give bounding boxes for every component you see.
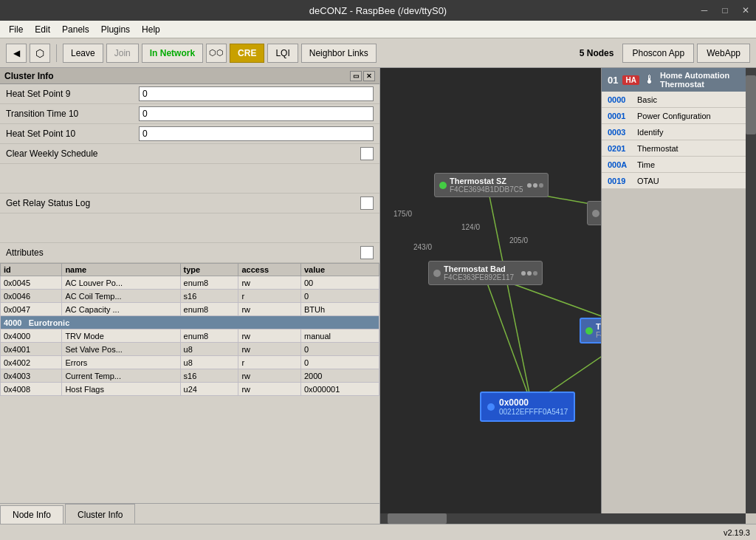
table-row[interactable]: 0x0047AC Capacity ...enum8rwBTUh — [1, 303, 379, 316]
network-scrollbar-horizontal[interactable] — [380, 513, 746, 524]
cluster-power-config[interactable]: 0001 Power Configuration — [602, 108, 756, 124]
table-row[interactable]: 0x4002Errorsu8r0 — [1, 356, 379, 369]
clear-weekly-schedule-checkbox[interactable] — [360, 147, 374, 160]
cluster-info-tab[interactable]: Cluster Info — [65, 504, 135, 524]
menu-help[interactable]: Help — [136, 23, 166, 36]
node-led-sz — [439, 182, 447, 189]
separator — [56, 44, 57, 62]
network-scrollbar-vertical[interactable] — [746, 68, 756, 513]
cre-button[interactable]: CRE — [230, 44, 264, 63]
node-info-bad: Thermostat Bad F4CE363FE892E117 — [444, 264, 514, 281]
cluster-time[interactable]: 000A Time — [602, 157, 756, 173]
table-row[interactable]: 4000 Eurotronic — [1, 316, 379, 329]
heat-set-point-10-row: Heat Set Point 10 — [0, 124, 379, 144]
col-name: name — [62, 264, 180, 276]
cluster-info-header: Cluster Info ▭ ✕ — [0, 68, 379, 84]
edge-label-124: 124/0 — [461, 223, 480, 231]
svg-line-1 — [484, 273, 532, 404]
attributes-toggle[interactable] — [360, 246, 374, 259]
svg-line-0 — [487, 185, 532, 404]
phoscon-app-button[interactable]: Phoscon App — [622, 44, 694, 63]
table-row[interactable]: 0x0046AC Coil Temp...s16r0 — [1, 290, 379, 303]
version-label: v2.19.3 — [724, 528, 750, 537]
cluster-otau[interactable]: 0019 OTAU — [602, 173, 756, 189]
network-button[interactable]: In Network — [142, 44, 203, 63]
attributes-section: Attributes — [0, 243, 379, 263]
node-info-sz: Thermostat SZ F4CE3694B1DDB7C5 — [450, 177, 523, 194]
heat-set-point-10-input[interactable] — [139, 126, 374, 141]
webapp-button[interactable]: WebApp — [697, 44, 750, 63]
table-row[interactable]: 0x4000TRV Modeenum8rwmanual — [1, 329, 379, 343]
table-row[interactable]: 0x4003Current Temp...s16rw2000 — [1, 369, 379, 383]
clear-weekly-schedule-section: Clear Weekly Schedule — [0, 144, 379, 164]
node-led-kuche — [585, 327, 593, 335]
close-button[interactable]: ✕ — [735, 0, 756, 21]
cluster-content[interactable]: Heat Set Point 9 Transition Time 10 Heat… — [0, 84, 379, 503]
col-access: access — [238, 264, 301, 276]
minimize-button[interactable]: ─ — [694, 0, 715, 21]
heat-set-point-9-input[interactable] — [139, 86, 374, 101]
panel-close-button[interactable]: ✕ — [363, 71, 375, 81]
leave-button[interactable]: Leave — [63, 44, 103, 63]
neighbor-links-button[interactable]: Neighbor Links — [301, 44, 377, 63]
titlebar-controls: ─ □ ✕ — [694, 0, 756, 21]
cluster-identify[interactable]: 0003 Identify — [602, 124, 756, 140]
network-graph-icon[interactable]: ⬡ — [30, 44, 50, 63]
menu-edit[interactable]: Edit — [29, 23, 56, 36]
edge-label-175: 175/0 — [394, 210, 412, 218]
maximize-button[interactable]: □ — [715, 0, 735, 21]
network-icon[interactable]: ⬡⬡ — [206, 44, 227, 63]
attributes-table: id name type access value 0x0045AC Louve… — [0, 263, 379, 396]
coordinator-led — [487, 403, 495, 411]
node-coordinator[interactable]: 0x0000 00212EFFFF0A5417 — [480, 392, 575, 422]
menubar: File Edit Panels Plugins Help — [0, 21, 756, 38]
heat-set-point-10-label: Heat Set Point 10 — [6, 129, 139, 139]
network-canvas[interactable]: 175/0 124/0 243/0 205/0 Thermostat SZ F4… — [380, 68, 756, 524]
node-thermostat-sz[interactable]: Thermostat SZ F4CE3694B1DDB7C5 — [434, 173, 549, 197]
table-row[interactable]: 0x4008Host Flagsu24rw0x000001 — [1, 383, 379, 396]
menu-panels[interactable]: Panels — [56, 23, 95, 36]
back-icon[interactable]: ◀ — [6, 44, 27, 63]
transition-time-10-row: Transition Time 10 — [0, 104, 379, 124]
col-id: id — [1, 264, 62, 276]
transition-time-10-input[interactable] — [139, 106, 374, 121]
cluster-basic[interactable]: 0000 Basic — [602, 92, 756, 108]
edge-label-205: 205/0 — [509, 236, 554, 245]
attributes-label: Attributes — [6, 247, 44, 258]
left-panel: Cluster Info ▭ ✕ Heat Set Point 9 Transi… — [0, 68, 380, 524]
titlebar-title: deCONZ - RaspBee (/dev/ttyS0) — [309, 5, 447, 16]
restore-button[interactable]: ▭ — [350, 71, 362, 81]
get-relay-status-log-checkbox[interactable] — [360, 196, 374, 210]
toolbar: ◀ ⬡ Leave Join In Network ⬡⬡ CRE LQI Nei… — [0, 38, 756, 68]
cluster-header-buttons: ▭ ✕ — [350, 71, 375, 81]
clear-weekly-schedule-input-area — [0, 164, 379, 194]
join-button[interactable]: Join — [106, 44, 139, 63]
clear-weekly-schedule-label: Clear Weekly Schedule — [6, 148, 98, 159]
edge-label-243: 243/0 — [413, 243, 432, 251]
node-dots-sz — [527, 183, 543, 188]
bottom-tabs: Node Info Cluster Info — [0, 503, 379, 524]
lqi-button[interactable]: LQI — [267, 44, 298, 63]
cluster-info-title: Cluster Info — [4, 71, 54, 81]
table-row[interactable]: 0x4001Set Valve Pos...u8rw0 — [1, 343, 379, 356]
node-thermostat-bad[interactable]: Thermostat Bad F4CE363FE892E117 — [428, 261, 543, 285]
heat-set-point-9-label: Heat Set Point 9 — [6, 89, 139, 99]
info-panel-title: Home AutomationThermostat — [660, 71, 729, 89]
network-panel[interactable]: 175/0 124/0 243/0 205/0 Thermostat SZ F4… — [380, 68, 756, 524]
info-panel: 01 HA 🌡 Home AutomationThermostat 0000 B… — [601, 68, 756, 524]
thermostat-icon: 🌡 — [644, 73, 656, 86]
table-row[interactable]: 0x0045AC Louver Po...enum8rw00 — [1, 276, 379, 290]
menu-file[interactable]: File — [3, 23, 29, 36]
nodes-count: 5 Nodes — [580, 48, 614, 58]
transition-time-10-label: Transition Time 10 — [6, 109, 139, 119]
node-info-tab[interactable]: Node Info — [0, 505, 63, 524]
heat-set-point-9-row: Heat Set Point 9 — [0, 84, 379, 104]
info-panel-header: 01 HA 🌡 Home AutomationThermostat — [602, 68, 756, 92]
cluster-thermostat[interactable]: 0201 Thermostat — [602, 140, 756, 157]
menu-plugins[interactable]: Plugins — [95, 23, 136, 36]
get-relay-status-log-label: Get Relay Status Log — [6, 198, 90, 208]
node-led-wo — [592, 210, 599, 217]
ha-badge: HA — [622, 75, 639, 85]
relay-status-log-input-area — [0, 213, 379, 243]
statusbar: v2.19.3 — [0, 524, 756, 540]
